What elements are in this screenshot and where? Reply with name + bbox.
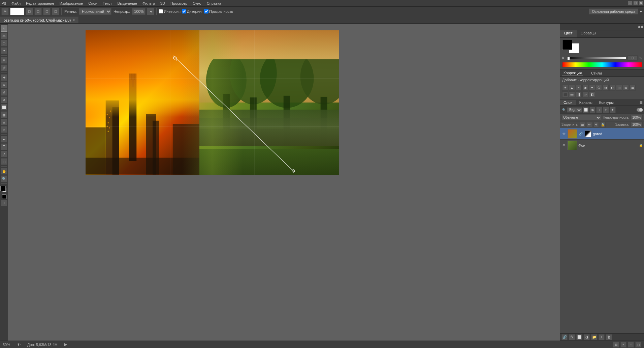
transparency-checkbox[interactable] xyxy=(204,9,208,13)
layers-tab[interactable]: Слои xyxy=(560,100,576,105)
status-arrow[interactable]: ▶ xyxy=(64,342,67,347)
status-zoom-out-icon[interactable]: − xyxy=(628,342,634,348)
lock-pixels-icon[interactable]: ✏ xyxy=(587,122,592,127)
layer-item-gorod[interactable]: 👁 🔗 gorod xyxy=(560,128,644,140)
correction-icon-selective-color[interactable]: ◧ xyxy=(589,91,595,97)
lock-position-icon[interactable]: ✛ xyxy=(593,122,599,127)
opacity-input[interactable] xyxy=(132,8,146,15)
menu-3d[interactable]: 3D xyxy=(158,1,168,6)
layer-visibility-background[interactable]: 👁 xyxy=(561,143,566,148)
tool-heal[interactable]: ✚ xyxy=(1,74,7,81)
toolbar-brush-size-icon[interactable]: ◻ xyxy=(26,8,33,15)
color-tab[interactable]: Цвет xyxy=(560,30,577,37)
layer-filter-adjust[interactable]: ◑ xyxy=(589,107,595,113)
layer-filter-smart[interactable]: ✦ xyxy=(610,107,616,113)
menu-edit[interactable]: Редактирование xyxy=(23,1,57,6)
color-slider[interactable] xyxy=(567,57,626,59)
tool-pen[interactable]: ✒ xyxy=(1,136,7,143)
menu-layers[interactable]: Слои xyxy=(86,1,100,6)
workspace-dropdown[interactable]: Основная рабочая среда ▼ xyxy=(589,9,643,13)
tool-move[interactable]: ↖ xyxy=(1,25,7,32)
layer-filter-type[interactable]: T xyxy=(596,107,602,113)
layer-item-background[interactable]: 👁 Фон 🔒 xyxy=(560,140,644,151)
layer-visibility-gorod[interactable]: 👁 xyxy=(561,132,566,136)
menu-filter[interactable]: Фильтр xyxy=(140,1,158,6)
lock-all-icon[interactable]: 🔒 xyxy=(600,122,606,127)
add-fx-icon[interactable]: fx xyxy=(569,334,575,340)
tool-eyedropper[interactable]: 🖉 xyxy=(1,64,7,71)
tab-close-button[interactable]: × xyxy=(73,18,75,22)
lock-transparent-icon[interactable]: ▦ xyxy=(580,122,585,127)
layer-filter-pixel[interactable]: ⬜ xyxy=(583,107,589,113)
toolbar-brush-shape-icon[interactable]: ◻ xyxy=(43,8,51,15)
correction-icon-gradient-map[interactable]: ▱ xyxy=(582,91,588,97)
correction-icon-photo-filter[interactable]: ◫ xyxy=(616,85,622,91)
layers-kind-select[interactable]: Вид xyxy=(567,107,582,113)
fg-color-square[interactable] xyxy=(562,40,572,50)
dithering-checkbox[interactable] xyxy=(182,9,186,13)
foreground-background-color[interactable] xyxy=(0,186,8,193)
tool-crop[interactable]: ⌗ xyxy=(1,57,7,64)
add-mask-icon[interactable]: ⬜ xyxy=(576,334,582,340)
layers-panel-options[interactable]: ☰ xyxy=(638,100,644,104)
menu-text[interactable]: Текст xyxy=(100,1,115,6)
foreground-color[interactable] xyxy=(0,186,6,191)
add-link-icon[interactable]: 🔗 xyxy=(561,334,568,340)
minimize-button[interactable]: ─ xyxy=(628,1,633,5)
close-button[interactable]: ✕ xyxy=(639,1,643,5)
status-zoom-in-icon[interactable]: + xyxy=(620,342,626,348)
toolbar-brush-hardness-icon[interactable]: ◻ xyxy=(34,8,42,15)
menu-view[interactable]: Просмотр xyxy=(168,1,190,6)
blend-mode-select[interactable]: Обычные xyxy=(561,115,601,121)
correction-tab[interactable]: Коррекция xyxy=(562,70,583,76)
correction-icon-threshold[interactable]: ▐ xyxy=(576,91,582,97)
tool-shape[interactable]: ◻ xyxy=(1,158,7,165)
tool-clone[interactable]: ⎙ xyxy=(1,89,7,96)
correction-icon-exposure[interactable]: ◉ xyxy=(582,85,588,91)
menu-window[interactable]: Окно xyxy=(190,1,204,6)
tool-gradient[interactable]: ▦ xyxy=(1,111,7,118)
menu-image[interactable]: Изображение xyxy=(57,1,86,6)
toolbar-brush-extra-icon[interactable]: ◻ xyxy=(52,8,59,15)
layer-filter-shape[interactable]: ◻ xyxy=(603,107,609,113)
tool-marquee-rect[interactable]: ▭ xyxy=(1,32,7,39)
tool-type[interactable]: T xyxy=(1,143,7,150)
status-fit-icon[interactable]: ◻ xyxy=(635,342,641,348)
inversion-checkbox[interactable] xyxy=(159,9,163,13)
menu-select[interactable]: Выделение xyxy=(115,1,140,6)
tool-magic-wand[interactable]: ✦ xyxy=(1,47,7,54)
tool-brush[interactable]: ✏ xyxy=(1,82,7,88)
styles-tab[interactable]: Стили xyxy=(590,70,603,76)
tool-dodge[interactable]: ○ xyxy=(1,126,7,133)
channels-tab[interactable]: Каналы xyxy=(576,100,596,105)
screen-mode-button[interactable]: □ xyxy=(1,200,7,206)
toolbar-color-preview[interactable] xyxy=(10,8,24,15)
add-layer-icon[interactable]: + xyxy=(599,334,605,340)
correction-icon-brightness[interactable]: ☀ xyxy=(562,85,568,91)
tool-blur[interactable]: △ xyxy=(1,119,7,125)
fill-value-input[interactable] xyxy=(631,122,643,127)
menu-help[interactable]: Справка xyxy=(204,1,224,6)
opacity-slider-icon[interactable]: ◂ xyxy=(147,8,154,15)
tool-eraser[interactable]: ⬜ xyxy=(1,104,7,111)
correction-icon-levels[interactable]: ▲ xyxy=(569,85,575,91)
mode-select[interactable]: Нормальный xyxy=(79,8,111,15)
correction-icon-channel-mixer[interactable]: ⊞ xyxy=(623,85,629,91)
panel-options-icon[interactable]: ☰ xyxy=(639,71,642,75)
correction-icon-invert[interactable]: ⬛ xyxy=(562,91,568,97)
correction-icon-color-lookup[interactable]: ▦ xyxy=(630,85,636,91)
status-arrange-icon[interactable]: ▦ xyxy=(613,342,619,348)
tool-history-brush[interactable]: ↺ xyxy=(1,96,7,103)
correction-icon-bw[interactable]: ◐ xyxy=(609,85,615,91)
opacity-value-input[interactable] xyxy=(631,115,643,120)
correction-icon-posterize[interactable]: ▬ xyxy=(569,91,575,97)
menu-file[interactable]: Файл xyxy=(9,1,23,6)
color-value-input[interactable] xyxy=(627,55,638,61)
correction-icon-hsl[interactable]: ⬡ xyxy=(596,85,602,91)
correction-icon-vibrance[interactable]: ✦ xyxy=(589,85,595,91)
restore-button[interactable]: □ xyxy=(633,1,638,5)
active-tab[interactable]: ozero.jpg @ 50% (gorod, Слой-маска/8) × xyxy=(0,17,78,23)
layer-filter-toggle[interactable] xyxy=(637,108,643,112)
tool-hand[interactable]: ✋ xyxy=(1,168,7,175)
delete-layer-icon[interactable]: 🗑 xyxy=(606,334,612,340)
